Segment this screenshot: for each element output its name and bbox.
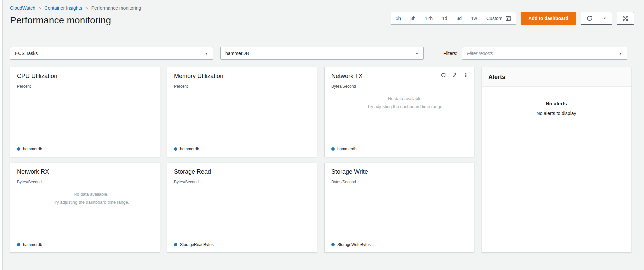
overflow-menu-icon[interactable]: ⋮ <box>463 72 469 78</box>
time-range-custom[interactable]: Custom <box>482 12 516 24</box>
time-range-1h[interactable]: 1h <box>391 12 406 24</box>
expand-icon[interactable] <box>452 73 457 78</box>
legend-color-dot <box>17 147 20 151</box>
chart-panel: CPU Utilization 012.625.121:3021:4522:00… <box>10 67 160 157</box>
chart-panel: Memory Utilization 00.4390.87921:3021:45… <box>167 67 317 157</box>
chart-panel-actions: 00.5121:3021:4522:0022:15 ⋮ <box>441 72 469 78</box>
fullscreen-icon <box>622 15 628 21</box>
alerts-empty-state: No alerts No alerts to display <box>482 87 631 116</box>
chart-canvas[interactable] <box>170 89 315 145</box>
legend-label: hammerdb <box>23 242 42 247</box>
refresh-button-group: ▼ <box>581 12 612 25</box>
page-header: CloudWatch > Container Insights > Perfor… <box>0 0 644 26</box>
legend-item[interactable]: StorageWriteBytes <box>325 241 474 247</box>
scope-dropdown[interactable]: ECS Tasks ▼ <box>10 47 213 60</box>
breadcrumb-separator-icon: > <box>39 6 41 11</box>
custom-label: Custom <box>486 16 502 21</box>
legend-label: hammerdb <box>337 147 356 151</box>
caret-down-icon: ▼ <box>205 52 208 55</box>
time-range-1w[interactable]: 1w <box>466 12 482 24</box>
chart-title: CPU Utilization <box>10 67 160 80</box>
legend-color-dot <box>331 147 335 151</box>
no-data-message: No data available. Try adjusting the das… <box>341 96 469 109</box>
alerts-panel: Alerts No alerts No alerts to display <box>482 67 631 253</box>
chart-unit-label: Bytes/Second <box>331 180 474 184</box>
legend-item[interactable]: hammerdb <box>10 145 160 151</box>
alerts-panel-title: Alerts <box>482 67 631 87</box>
breadcrumb-separator-icon: > <box>85 6 88 11</box>
legend-color-dot <box>174 147 177 151</box>
filter-reports-placeholder: Filter reports <box>467 51 493 56</box>
chart-title: Storage Read <box>167 163 317 175</box>
filter-reports-dropdown[interactable]: Filter reports ▼ <box>462 47 627 60</box>
legend-item[interactable]: StorageReadBytes <box>167 241 317 247</box>
legend-color-dot <box>331 243 335 246</box>
chart-unit-label: Percent <box>174 84 317 89</box>
chart-panel: Storage Read 5.88M5.88M5.89M21:3021:4522… <box>167 163 317 253</box>
divider <box>435 48 435 59</box>
chart-panel: Storage Write 4.78k12.6k20.5k21:3021:452… <box>324 163 474 253</box>
collapsed-side-panel[interactable] <box>0 0 3 270</box>
time-range-control: 1h 3h 12h 1d 3d 1w Custom <box>391 12 516 25</box>
caret-down-icon: ▼ <box>415 52 419 55</box>
no-data-message: No data available. Try adjusting the das… <box>27 192 155 205</box>
chart-panel: Network TX 00.5121:3021:4522:0022:15 ⋮ B… <box>324 67 474 157</box>
alerts-empty-title: No alerts <box>482 101 631 106</box>
legend-item[interactable]: hammerdb <box>167 145 317 151</box>
legend-label: StorageWriteBytes <box>337 242 371 247</box>
time-range-3h[interactable]: 3h <box>406 12 420 24</box>
chart-unit-label: Bytes/Second <box>331 84 474 89</box>
chart-panel: Network RX 00.5121:3021:4522:0022:15 ⋮ B… <box>10 163 160 253</box>
dashboard-grid: CPU Utilization 012.625.121:3021:4522:00… <box>10 67 634 253</box>
breadcrumb-cloudwatch[interactable]: CloudWatch <box>10 5 35 11</box>
legend-label: hammerdb <box>180 147 199 151</box>
time-range-1d[interactable]: 1d <box>437 12 452 24</box>
time-range-3d[interactable]: 3d <box>452 12 467 24</box>
chart-canvas[interactable] <box>13 89 158 145</box>
refresh-button[interactable] <box>581 12 598 25</box>
breadcrumb: CloudWatch > Container Insights > Perfor… <box>10 5 634 11</box>
chart-canvas[interactable] <box>327 185 472 241</box>
filter-row: ECS Tasks ▼ hammerDB ▼ Filters: Filter r… <box>10 47 634 60</box>
breadcrumb-container-insights[interactable]: Container Insights <box>44 5 82 11</box>
toolbar: 1h 3h 12h 1d 3d 1w Custom Add to <box>391 12 634 25</box>
filters-label: Filters: <box>443 51 457 56</box>
refresh-icon <box>586 15 593 22</box>
resource-dropdown-value: hammerDB <box>225 51 249 56</box>
chart-title: Network RX <box>10 163 160 175</box>
legend-item[interactable]: hammerdb <box>10 241 160 247</box>
scope-dropdown-value: ECS Tasks <box>15 51 38 56</box>
caret-down-icon: ▼ <box>619 52 622 55</box>
fullscreen-button[interactable] <box>617 12 634 25</box>
time-range-12h[interactable]: 12h <box>420 12 437 24</box>
legend-label: StorageReadBytes <box>180 242 214 247</box>
caret-down-icon: ▼ <box>603 17 606 20</box>
chart-unit-label: Bytes/Second <box>17 180 160 184</box>
legend-item[interactable]: hammerdb <box>325 145 474 151</box>
breadcrumb-current: Performance monitoring <box>91 5 141 11</box>
refresh-icon[interactable]: 00.5121:3021:4522:0022:15 <box>441 73 446 78</box>
chart-canvas[interactable] <box>170 185 315 241</box>
add-to-dashboard-button[interactable]: Add to dashboard <box>521 12 576 25</box>
legend-color-dot <box>17 243 20 246</box>
calendar-icon <box>505 16 511 21</box>
legend-color-dot <box>174 243 177 246</box>
refresh-options-button[interactable]: ▼ <box>598 12 612 25</box>
resource-dropdown[interactable]: hammerDB ▼ <box>220 47 424 60</box>
chart-unit-label: Percent <box>17 84 160 89</box>
chart-unit-label: Bytes/Second <box>174 180 317 184</box>
alerts-empty-message: No alerts to display <box>482 111 631 116</box>
chart-title: Memory Utilization <box>167 67 317 80</box>
legend-label: hammerdb <box>23 147 42 151</box>
chart-title: Storage Write <box>325 163 474 175</box>
